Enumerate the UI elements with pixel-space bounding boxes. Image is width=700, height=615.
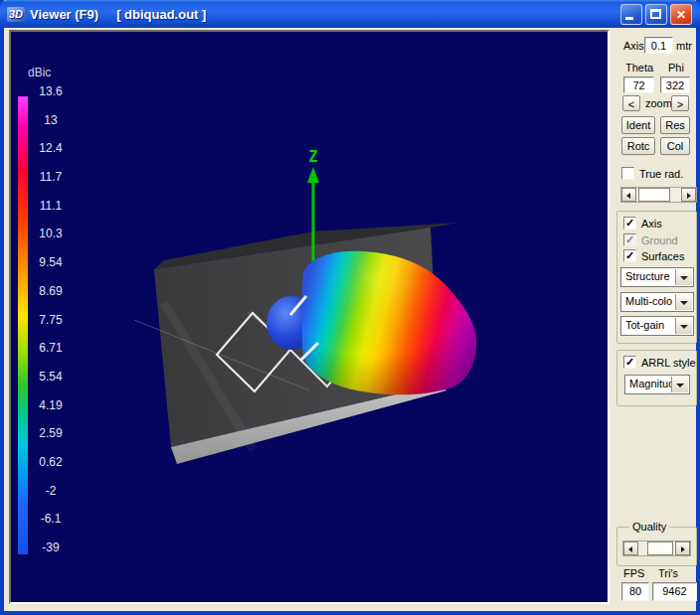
radiation-pattern-shading — [302, 251, 476, 394]
ground-checkbox-label: Ground — [641, 234, 678, 246]
chevron-down-icon — [680, 325, 688, 329]
zoom-out-button[interactable]: < — [622, 95, 640, 111]
window-title: Viewer (F9) — [30, 7, 98, 22]
close-button[interactable]: ✕ — [670, 4, 692, 25]
scale-tick: 13.6 — [31, 84, 71, 98]
tris-label: Tri's — [658, 567, 678, 579]
fps-value: 80 — [621, 582, 649, 601]
gain-mode-dropdown[interactable]: Tot-gain — [620, 316, 694, 336]
structure-dropdown-value: Structure — [625, 270, 676, 282]
zoom-in-button[interactable]: > — [671, 95, 689, 111]
axis-checkbox[interactable]: ✓ — [623, 217, 636, 230]
scale-ticks: 13.61312.411.711.110.39.548.697.756.715.… — [11, 32, 81, 602]
slider-thumb[interactable] — [647, 541, 673, 555]
slider-thumb[interactable] — [638, 188, 670, 202]
scene-3d: Z — [11, 32, 608, 602]
scale-tick: 4.19 — [31, 398, 71, 412]
phi-input[interactable] — [660, 77, 690, 93]
rotc-button[interactable]: Rotc — [621, 137, 655, 155]
scale-tick: 13 — [31, 113, 71, 127]
close-icon: ✕ — [671, 7, 691, 23]
scale-tick: 2.59 — [31, 426, 71, 440]
maximize-button[interactable] — [645, 4, 667, 25]
theta-input[interactable] — [623, 77, 654, 93]
viewer-window: 3D Viewer (F9) [ dbiquad.out ] ✕ — [0, 0, 700, 615]
magnitude-dropdown-value: Magnitud — [629, 378, 672, 389]
axis-scale-input[interactable] — [644, 37, 673, 54]
viewport-3d[interactable]: Z dBic 13.61312.411.711.110.39.548.697.7… — [9, 30, 610, 604]
color-mode-dropdown[interactable]: Multi-colo — [620, 292, 694, 312]
scale-tick: 0.62 — [31, 455, 71, 469]
z-axis-label: Z — [308, 148, 317, 166]
minimize-button[interactable] — [620, 4, 642, 25]
dropdown-button[interactable] — [675, 269, 692, 285]
scale-tick: 11.1 — [31, 199, 71, 213]
theta-label: Theta — [625, 62, 653, 74]
structure-dropdown[interactable]: Structure — [620, 267, 694, 287]
chevron-down-icon — [680, 301, 688, 305]
surfaces-checkbox[interactable]: ✓ — [623, 249, 636, 262]
titlebar[interactable]: 3D Viewer (F9) [ dbiquad.out ] ✕ — [0, 0, 700, 28]
color-mode-dropdown-value: Multi-colo — [625, 295, 676, 307]
maximize-icon — [650, 9, 661, 19]
scale-tick: 7.75 — [31, 313, 71, 327]
ground-checkbox: ✓ — [623, 233, 636, 246]
dropdown-button[interactable] — [671, 377, 688, 392]
scale-tick: 11.7 — [31, 170, 71, 184]
scale-tick: 9.54 — [31, 255, 71, 269]
quality-slider[interactable] — [622, 540, 691, 556]
res-button[interactable]: Res — [660, 116, 690, 134]
dropdown-button[interactable] — [675, 294, 692, 310]
z-axis-arrowhead-icon — [307, 167, 319, 183]
slider-right-arrow[interactable] — [681, 188, 696, 202]
chevron-down-icon — [680, 276, 688, 280]
axis-checkbox-label: Axis — [641, 218, 662, 230]
phi-label: Phi — [668, 62, 684, 74]
scale-tick: 10.3 — [31, 227, 71, 240]
titlebar-buttons: ✕ — [620, 4, 692, 25]
scale-tick: -6.1 — [31, 512, 71, 526]
scale-tick: -2 — [31, 484, 71, 498]
zoom-label: zoom — [645, 97, 672, 109]
true-rad-label: True rad. — [639, 168, 683, 180]
axis-unit-label: mtr — [676, 40, 692, 52]
dropdown-button[interactable] — [675, 318, 692, 334]
magnitude-dropdown[interactable]: Magnitud — [624, 375, 690, 394]
slider-right-arrow[interactable] — [675, 541, 690, 555]
col-button[interactable]: Col — [660, 137, 690, 155]
scale-tick: -39 — [31, 540, 71, 554]
slider-left-arrow[interactable] — [623, 541, 638, 555]
surfaces-checkbox-label: Surfaces — [641, 250, 684, 262]
ident-button[interactable]: Ident — [621, 116, 655, 134]
true-rad-slider[interactable] — [620, 187, 697, 203]
chevron-down-icon — [676, 384, 684, 387]
app-icon: 3D — [7, 7, 25, 22]
axis-label: Axis — [623, 40, 644, 52]
slider-left-arrow[interactable] — [621, 188, 636, 202]
control-panel: Axis mtr Theta Phi < zoom > Ident Res Ro… — [608, 30, 700, 608]
gain-mode-dropdown-value: Tot-gain — [625, 319, 676, 331]
arrl-style-label: ARRL style — [641, 357, 696, 369]
quality-label: Quality — [629, 521, 669, 533]
arrl-style-checkbox[interactable]: ✓ — [623, 356, 636, 369]
scale-tick: 12.4 — [31, 141, 71, 155]
fps-label: FPS — [623, 567, 644, 579]
scale-tick: 5.54 — [31, 370, 71, 384]
scale-tick: 6.71 — [31, 341, 71, 355]
tris-value: 9462 — [652, 582, 697, 601]
minimize-icon — [625, 17, 633, 20]
true-rad-checkbox[interactable] — [621, 167, 634, 180]
window-file-name: [ dbiquad.out ] — [116, 7, 206, 22]
scale-tick: 8.69 — [31, 284, 71, 298]
